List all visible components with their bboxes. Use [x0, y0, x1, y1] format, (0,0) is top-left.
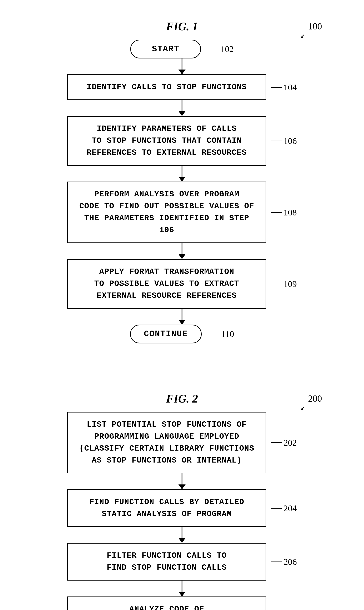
step-208-box: ANALYZE CODE OF UNCLASSIFIED LIBRARY FUN… [67, 596, 266, 610]
arrow-line-4 [182, 243, 182, 254]
step-104-tick [271, 87, 282, 88]
arrow-2 [179, 100, 185, 116]
continue-row: CONTINUE 110 [0, 325, 364, 343]
step-109-ref-group: 109 [271, 279, 297, 289]
arrow-line-3 [182, 166, 182, 177]
continue-terminal: CONTINUE [130, 325, 202, 343]
step-202-ref-group: 202 [271, 438, 297, 448]
step-204-ref: 204 [284, 503, 297, 513]
start-group: START 102 [130, 40, 234, 58]
step-104-ref-group: 104 [271, 82, 297, 93]
start-ref-group: 102 [208, 44, 234, 54]
arrow-line-2 [182, 100, 182, 111]
fig2-ref-num: 200 [308, 393, 322, 404]
start-row: START 102 [0, 40, 364, 58]
step-106-box: IDENTIFY PARAMETERS OF CALLS TO STOP FUN… [67, 116, 266, 166]
continue-ref: 110 [221, 329, 234, 339]
arrow-head-6 [179, 485, 185, 489]
step-204-ref-group: 204 [271, 503, 297, 513]
step-108-ref: 108 [284, 207, 297, 218]
fig1-ref-num: 100 [308, 21, 322, 32]
fig2-flowchart: LIST POTENTIAL STOP FUNCTIONS OF PROGRAM… [0, 412, 364, 610]
arrow-8 [179, 581, 185, 596]
step-204-tick [271, 508, 282, 509]
fig1-flowchart: START 102 IDENTIFY CALLS TO STOP FUNCTIO… [0, 40, 364, 343]
step-202-tick [271, 442, 282, 443]
step-108-tick [271, 212, 282, 213]
fig1-ref-wrapper: 100 ↙ [300, 21, 322, 40]
fig1-ref-arrow: ↙ [300, 32, 305, 40]
arrow-line-6 [182, 473, 182, 485]
continue-group: CONTINUE 110 [130, 325, 234, 343]
continue-tick [208, 334, 219, 334]
step-109-group: APPLY FORMAT TRANSFORMATION TO POSSIBLE … [67, 259, 297, 309]
continue-ref-group: 110 [208, 329, 234, 339]
step-106-group: IDENTIFY PARAMETERS OF CALLS TO STOP FUN… [67, 116, 297, 166]
arrow-6 [179, 473, 185, 489]
section-divider [0, 366, 364, 379]
start-tick [208, 49, 219, 49]
step-109-row: APPLY FORMAT TRANSFORMATION TO POSSIBLE … [0, 259, 364, 309]
arrow-head-8 [179, 592, 185, 596]
step-206-ref: 206 [284, 557, 297, 567]
step-104-box: IDENTIFY CALLS TO STOP FUNCTIONS [67, 74, 266, 100]
step-106-ref-group: 106 [271, 136, 297, 146]
fig2-section: FIG. 2 200 ↙ LIST POTENTIAL STOP FUNCTIO… [0, 379, 364, 610]
step-204-row: FIND FUNCTION CALLS BY DETAILED STATIC A… [0, 489, 364, 527]
arrow-head-7 [179, 538, 185, 543]
start-terminal: START [130, 40, 201, 58]
arrow-line-8 [182, 581, 182, 592]
step-106-row: IDENTIFY PARAMETERS OF CALLS TO STOP FUN… [0, 116, 364, 166]
arrow-line-7 [182, 527, 182, 538]
step-206-tick [271, 562, 282, 562]
arrow-1 [179, 58, 185, 74]
arrow-head-4 [179, 254, 185, 259]
step-202-row: LIST POTENTIAL STOP FUNCTIONS OF PROGRAM… [0, 412, 364, 473]
page: FIG. 1 100 ↙ START 102 [0, 0, 364, 610]
arrow-4 [179, 243, 185, 259]
step-208-group: ANALYZE CODE OF UNCLASSIFIED LIBRARY FUN… [67, 596, 297, 610]
fig1-section: FIG. 1 100 ↙ START 102 [0, 9, 364, 366]
step-108-group: PERFORM ANALYSIS OVER PROGRAM CODE TO FI… [67, 181, 297, 243]
step-202-group: LIST POTENTIAL STOP FUNCTIONS OF PROGRAM… [67, 412, 297, 473]
step-108-box: PERFORM ANALYSIS OVER PROGRAM CODE TO FI… [67, 181, 266, 243]
step-109-ref: 109 [284, 279, 297, 289]
fig2-ref-wrapper: 200 ↙ [300, 393, 322, 412]
step-108-ref-group: 108 [271, 207, 297, 218]
step-109-box: APPLY FORMAT TRANSFORMATION TO POSSIBLE … [67, 259, 266, 309]
step-202-ref: 202 [284, 438, 297, 448]
step-204-group: FIND FUNCTION CALLS BY DETAILED STATIC A… [67, 489, 297, 527]
arrow-line-1 [182, 58, 182, 69]
step-106-tick [271, 141, 282, 141]
step-206-ref-group: 206 [271, 557, 297, 567]
arrow-7 [179, 527, 185, 543]
step-104-row: IDENTIFY CALLS TO STOP FUNCTIONS 104 [0, 74, 364, 100]
arrow-3 [179, 166, 185, 181]
step-106-ref: 106 [284, 136, 297, 146]
step-206-row: FILTER FUNCTION CALLS TO FIND STOP FUNCT… [0, 543, 364, 581]
step-104-group: IDENTIFY CALLS TO STOP FUNCTIONS 104 [67, 74, 297, 100]
arrow-line-5 [182, 309, 182, 320]
step-104-ref: 104 [284, 82, 297, 93]
arrow-head-1 [179, 69, 185, 74]
step-206-box: FILTER FUNCTION CALLS TO FIND STOP FUNCT… [67, 543, 266, 581]
step-204-box: FIND FUNCTION CALLS BY DETAILED STATIC A… [67, 489, 266, 527]
start-ref: 102 [221, 44, 234, 54]
step-109-tick [271, 284, 282, 284]
step-206-group: FILTER FUNCTION CALLS TO FIND STOP FUNCT… [67, 543, 297, 581]
arrow-5 [179, 309, 185, 325]
step-108-row: PERFORM ANALYSIS OVER PROGRAM CODE TO FI… [0, 181, 364, 243]
arrow-head-5 [179, 320, 185, 325]
step-202-box: LIST POTENTIAL STOP FUNCTIONS OF PROGRAM… [67, 412, 266, 473]
arrow-head-3 [179, 177, 185, 181]
step-208-row: ANALYZE CODE OF UNCLASSIFIED LIBRARY FUN… [0, 596, 364, 610]
arrow-head-2 [179, 111, 185, 116]
fig2-ref-arrow: ↙ [300, 404, 305, 412]
